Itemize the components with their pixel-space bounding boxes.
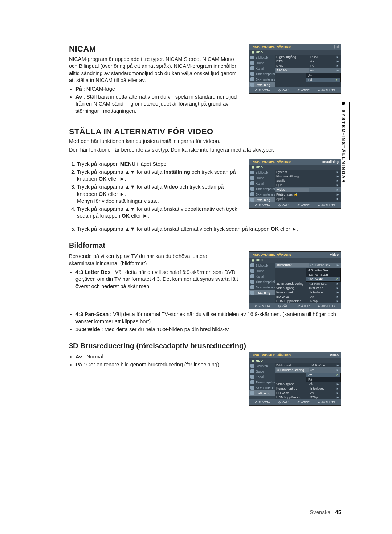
osd-settings: INSP. DVD MED HÅRDDISInställning▣ HDDBib… xyxy=(249,159,341,209)
osd-setting-row[interactable]: Föräldralås 🔒► xyxy=(275,192,341,197)
osd-row-label: Video xyxy=(276,188,309,192)
osd-side-item[interactable]: Guide xyxy=(249,60,275,66)
osd-side-item[interactable]: Skivhanterare xyxy=(249,385,275,390)
osd-row-value: Av xyxy=(310,69,335,72)
osd-title: INSP. DVD MED HÅRDDIS xyxy=(252,253,291,256)
video-heading: STÄLLA IN ALTERNATIV FÖR VIDEO xyxy=(69,127,341,136)
osd-popup-label: Av xyxy=(308,373,312,377)
osd-side-label: Inställning xyxy=(256,83,270,87)
menu-icon xyxy=(250,364,254,368)
osd-side-item[interactable]: Inställning xyxy=(249,82,275,87)
osd-setting-row[interactable]: System► xyxy=(275,170,341,174)
bf-letterbox: 4:3 Letter Box : Välj detta när du vill … xyxy=(75,269,242,290)
osd-side-item[interactable]: Bibliotek xyxy=(249,170,275,175)
osd-setting-row[interactable]: Bildformat4:3 Letter Box► xyxy=(275,263,341,268)
osd-side-item[interactable]: Timerinspelning xyxy=(249,279,275,284)
osd-popup-item[interactable]: 16:9 Wide✔ xyxy=(306,277,340,281)
lead: Av xyxy=(75,94,82,100)
osd-side-item[interactable]: Bibliotek xyxy=(249,55,275,60)
osd-row-label: Ljud xyxy=(276,183,307,187)
osd-setting-row[interactable]: 3D BrusreduceringAv► xyxy=(275,367,341,373)
osd-row-value: : På xyxy=(309,64,335,67)
osd-popup-item[interactable]: 4:3 Letter Box xyxy=(306,268,340,272)
osd-popup-item[interactable]: På xyxy=(306,377,340,382)
osd-panel: INSP. DVD MED HÅRDDISLjud▣ HDDBibliotekG… xyxy=(249,44,341,94)
osd-setting-row[interactable]: Spelar► xyxy=(275,197,341,201)
osd-setting-row[interactable]: 3D Brusreducering4:3 Pan-Scan► xyxy=(275,282,341,286)
osd-side-item[interactable]: Kanal xyxy=(249,181,275,186)
caret-right-icon: ► xyxy=(336,64,339,67)
osd-setting-row[interactable]: VideoutgångPå► xyxy=(275,382,341,386)
brus-heading: 3D Brusreducering (rörelseadaptiv brusre… xyxy=(69,342,246,350)
menu-icon xyxy=(250,380,254,384)
menu-icon xyxy=(250,61,254,65)
section-brus: Av : Normal På : Ger en renare bild geno… xyxy=(69,352,341,406)
caret-right-icon: ► xyxy=(336,368,339,372)
osd-side-label: Kanal xyxy=(256,375,264,379)
osd-row-label: Bildformat xyxy=(276,263,309,267)
osd-side-item[interactable]: Bibliotek xyxy=(249,363,275,369)
osd-row-label: Komponent ut xyxy=(276,387,307,390)
check-icon: ✔ xyxy=(335,373,338,377)
osd-side-item[interactable]: Inställning xyxy=(249,390,275,396)
osd-setting-row[interactable]: Komponent ut: Interlaced► xyxy=(275,386,341,391)
osd-side-item[interactable]: Skivhanterare xyxy=(249,77,275,82)
osd-side-label: Skivhanterare xyxy=(256,386,276,390)
osd-brus: INSP. DVD MED HÅRDDISVideo▣ HDDBibliotek… xyxy=(249,352,341,406)
osd-side-label: Guide xyxy=(256,176,264,180)
osd-side-label: Skivhanterare xyxy=(256,286,276,289)
osd-setting-row[interactable]: HDMI-upplösning: 576p► xyxy=(275,395,341,399)
osd-side-item[interactable]: Timerinspelning xyxy=(249,71,275,77)
osd-setting-row[interactable]: Bildformat: 16:9 Wide► xyxy=(275,363,341,367)
menu-icon xyxy=(250,198,254,202)
osd-side-item[interactable]: Inställning xyxy=(249,290,275,295)
osd-side-item[interactable]: Bibliotek xyxy=(249,263,275,268)
osd-setting-row[interactable]: Digital utgång: PCM► xyxy=(275,55,341,59)
osd-side-item[interactable]: Kanal xyxy=(249,274,275,279)
osd-popup-item[interactable]: På✔ xyxy=(306,78,340,82)
osd-setting-row[interactable]: DRC: På► xyxy=(275,63,341,68)
osd-setting-row[interactable]: Klockinställning► xyxy=(275,174,341,178)
osd-side-item[interactable]: Kanal xyxy=(249,374,275,379)
osd-setting-row[interactable]: BD Wise: Av► xyxy=(275,295,341,299)
osd-setting-row[interactable]: DTS: Av► xyxy=(275,59,341,63)
osd-setting-row[interactable]: NICAMAv► xyxy=(275,68,341,73)
osd-side-item[interactable]: Timerinspelning xyxy=(249,379,275,385)
menu-icon xyxy=(250,56,254,59)
osd-side-item[interactable]: Skivhanterare xyxy=(249,192,275,197)
osd-popup-item[interactable]: Av✔ xyxy=(306,373,340,377)
osd-setting-row[interactable]: BD Wise: Av► xyxy=(275,391,341,395)
osd-row-value: : Av xyxy=(309,391,335,395)
osd-popup-item[interactable]: Av xyxy=(306,73,340,78)
bf-panscan: 4:3 Pan-Scan : Välj detta för normal TV-… xyxy=(75,311,341,325)
bildformat-heading: Bildformat xyxy=(69,241,105,250)
osd-setting-row[interactable]: Komponent ut: Interlaced► xyxy=(275,290,341,295)
osd-side-item[interactable]: Guide xyxy=(249,175,275,181)
osd-side-item[interactable]: Kanal xyxy=(249,66,275,71)
osd-setting-row[interactable]: Videoutgång16:9 Wide► xyxy=(275,286,341,290)
caret-right-icon: ► xyxy=(336,55,339,59)
nicam-bullet-off: Av : Ställ bara in detta alternativ om d… xyxy=(75,94,242,115)
menu-icon xyxy=(250,176,254,180)
osd-side-item[interactable]: Inställning xyxy=(249,197,275,202)
menu-icon xyxy=(250,77,254,81)
footer-lang: Svenska xyxy=(310,509,331,515)
osd-popup-item[interactable]: 4:3 Pan-Scan xyxy=(306,272,340,277)
osd-side-item[interactable]: Guide xyxy=(249,268,275,274)
osd-side-item[interactable]: Guide xyxy=(249,369,275,374)
hint-back: ↶ ÅTER xyxy=(297,89,310,92)
osd-setting-row[interactable]: Ljud► xyxy=(275,183,341,187)
menu-icon xyxy=(250,263,254,267)
menu-icon xyxy=(250,386,254,390)
osd-setting-row[interactable]: Språk► xyxy=(275,178,341,183)
osd-setting-row[interactable]: Video► xyxy=(275,187,341,192)
caret-right-icon: ► xyxy=(336,183,339,187)
osd-setting-row[interactable]: HDMI-upplösning: 576p► xyxy=(275,299,341,303)
menu-icon xyxy=(250,192,254,196)
osd-side-item[interactable]: Skivhanterare xyxy=(249,284,275,290)
osd-footbar: ✥ FLYTTA⊙ VÄLJ↶ ÅTER⇤ AVSLUTA xyxy=(249,87,341,93)
caret-right-icon: ► xyxy=(336,387,339,390)
bullet-icon xyxy=(342,102,345,105)
osd-side-item[interactable]: Timerinspelning xyxy=(249,186,275,192)
check-icon: ✔ xyxy=(335,78,338,82)
